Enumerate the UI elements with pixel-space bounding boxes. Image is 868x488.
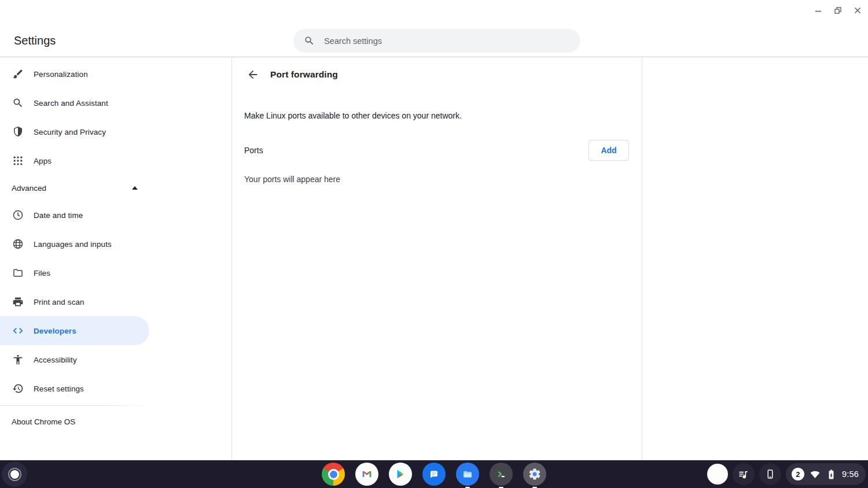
shelf: 2 9:56 (0, 460, 868, 488)
sidebar-item-label: Developers (34, 327, 76, 335)
shelf-app-files[interactable] (456, 463, 479, 486)
ports-label: Ports (244, 146, 263, 155)
sidebar-item-label: Languages and inputs (34, 240, 112, 249)
printer-icon (12, 295, 24, 308)
sidebar-item-personalization[interactable]: Personalization (0, 60, 149, 88)
smartphone-icon (764, 468, 776, 480)
sidebar-item-about-chrome-os[interactable]: About Chrome OS (0, 407, 149, 436)
sidebar-item-files[interactable]: Files (0, 258, 149, 287)
sidebar-divider (0, 405, 149, 406)
accessibility-icon (12, 353, 24, 366)
subpage-header: Port forwarding (232, 58, 642, 91)
sidebar-item-search-assistant[interactable]: Search and Assistant (0, 88, 149, 117)
media-controls-button[interactable] (733, 463, 755, 485)
sidebar-item-label: Accessibility (34, 356, 77, 364)
sidebar-item-developers[interactable]: Developers (0, 316, 149, 345)
sidebar-item-security-privacy[interactable]: Security and Privacy (0, 117, 149, 146)
subpage-title: Port forwarding (270, 69, 338, 80)
sidebar-item-label: Personalization (34, 70, 88, 79)
shield-icon (12, 125, 24, 138)
wifi-icon (810, 469, 821, 480)
close-icon[interactable] (852, 5, 863, 16)
files-icon (456, 463, 479, 486)
globe-icon (12, 238, 24, 250)
chevron-up-icon (132, 186, 138, 190)
sidebar-item-label: Reset settings (34, 385, 84, 393)
launcher-button[interactable] (2, 461, 27, 487)
ports-row: Ports Add (244, 140, 629, 161)
chrome-icon (322, 463, 345, 486)
shelf-app-terminal[interactable] (490, 463, 513, 486)
queue-music-icon (738, 468, 749, 480)
sidebar-item-print-scan[interactable]: Print and scan (0, 287, 149, 316)
folder-icon (12, 267, 24, 279)
page-title: Settings (14, 34, 56, 47)
settings-search-bar[interactable] (293, 29, 580, 53)
back-arrow-icon[interactable] (242, 64, 263, 85)
sidebar-item-label: Print and scan (34, 298, 84, 306)
play-store-icon (389, 463, 412, 486)
gear-icon (523, 463, 546, 486)
minimize-button[interactable] (812, 5, 824, 16)
code-icon (12, 324, 24, 337)
messages-icon (422, 463, 446, 486)
phone-hub-button[interactable] (759, 463, 781, 485)
sidebar-item-reset-settings[interactable]: Reset settings (0, 374, 149, 403)
battery-charging-icon (826, 469, 837, 480)
reset-icon (12, 382, 24, 395)
settings-header: Settings (0, 0, 868, 57)
restore-button[interactable] (832, 5, 844, 16)
shelf-app-messages[interactable] (422, 463, 446, 486)
port-forwarding-panel: Port forwarding Make Linux ports availab… (231, 58, 642, 460)
add-port-button[interactable]: Add (589, 140, 629, 161)
shelf-app-chrome[interactable] (322, 463, 345, 486)
sidebar-item-label: Date and time (34, 211, 83, 220)
system-tray: 2 9:56 (707, 463, 866, 485)
sidebar-item-label: Security and Privacy (34, 128, 106, 136)
shelf-app-play-store[interactable] (389, 463, 412, 486)
shelf-app-list (322, 463, 546, 486)
brush-icon (12, 68, 24, 80)
sidebar-item-label: Search and Assistant (34, 99, 108, 108)
sidebar-item-label: Files (34, 269, 50, 278)
port-forwarding-description: Make Linux ports available to other devi… (244, 111, 462, 120)
shelf-app-settings[interactable] (523, 463, 546, 486)
clock-icon (12, 209, 24, 221)
search-icon (12, 97, 24, 109)
apps-grid-icon (12, 154, 24, 167)
status-area[interactable]: 2 9:56 (786, 463, 866, 485)
terminal-icon (490, 463, 513, 486)
launcher-circle-icon (10, 470, 19, 479)
ports-empty-state: Your ports will appear here (244, 175, 340, 184)
avatar[interactable] (707, 464, 728, 485)
sidebar-item-apps[interactable]: Apps (0, 146, 149, 175)
settings-sidebar: Personalization Search and Assistant Sec… (0, 58, 231, 460)
sidebar-item-label: Apps (34, 157, 52, 165)
window-controls (812, 5, 863, 16)
notification-count-badge: 2 (792, 468, 804, 480)
sidebar-item-accessibility[interactable]: Accessibility (0, 345, 149, 374)
sidebar-item-date-time[interactable]: Date and time (0, 201, 149, 230)
advanced-label: Advanced (12, 184, 46, 193)
clock-time: 9:56 (842, 469, 859, 479)
sidebar-item-languages-inputs[interactable]: Languages and inputs (0, 230, 149, 258)
chromeos-settings-window: Settings Personalization Search and Assi… (0, 0, 868, 488)
sidebar-advanced-toggle[interactable]: Advanced (0, 175, 149, 201)
search-icon (304, 35, 315, 46)
gmail-icon (355, 463, 378, 486)
search-input[interactable] (324, 36, 556, 46)
shelf-app-gmail[interactable] (355, 463, 378, 486)
